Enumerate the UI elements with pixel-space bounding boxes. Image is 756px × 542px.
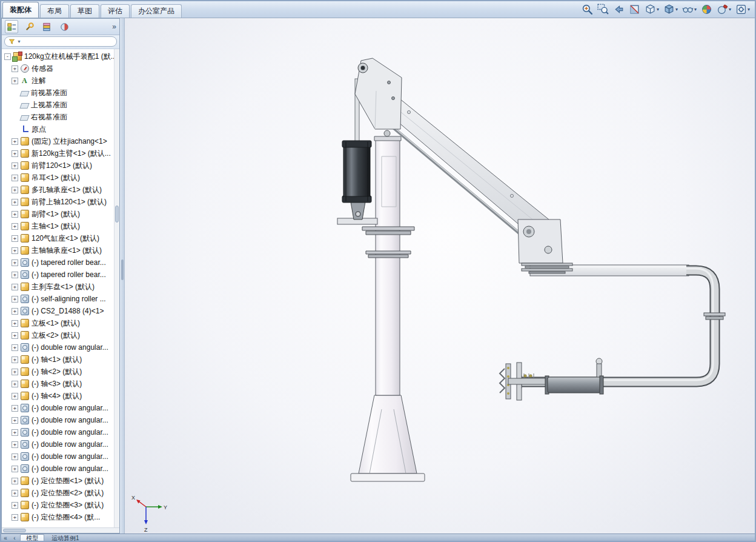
expand-icon[interactable] <box>12 332 18 339</box>
tree-item[interactable]: 120气缸座<1> (默认) <box>2 232 119 244</box>
study-tab[interactable]: 模型 <box>20 534 44 542</box>
expand-icon[interactable] <box>12 211 18 218</box>
model-elbow-joint[interactable] <box>518 219 572 273</box>
previous-view-button[interactable] <box>613 4 625 15</box>
tree-item[interactable]: 上视基准面 <box>2 99 119 111</box>
tree-item[interactable]: (-) double row angular... <box>2 341 119 353</box>
dropdown-caret-icon[interactable]: ▾ <box>694 7 697 12</box>
tree-item[interactable]: (-) 轴<2> (默认) <box>2 366 119 378</box>
tree-item[interactable]: (-) double row angular... <box>2 438 119 450</box>
tree-root-item[interactable]: 120kg立柱机械手装配1 (默... <box>2 50 119 62</box>
tree-item[interactable]: (-) tapered roller bear... <box>2 256 119 269</box>
tree-item[interactable]: (-) 轴<1> (默认) <box>2 353 119 366</box>
expand-icon[interactable] <box>12 514 18 521</box>
expand-icon[interactable] <box>12 247 18 254</box>
propertymanager-tab-button[interactable] <box>22 20 36 33</box>
tree-item[interactable]: 吊耳<1> (默认) <box>2 172 119 184</box>
tree-item[interactable]: 副臂<1> (默认) <box>2 208 119 220</box>
panel-splitter[interactable] <box>120 18 125 534</box>
view-orientation-button[interactable]: ▾ <box>645 4 659 15</box>
expand-icon[interactable] <box>12 393 18 400</box>
section-view-button[interactable] <box>629 4 640 15</box>
tree-item[interactable]: (-) 定位垫圈<2> (默认) <box>2 487 119 499</box>
expand-icon[interactable] <box>12 320 18 327</box>
splitter-grip[interactable] <box>121 259 124 280</box>
expand-icon[interactable] <box>12 308 18 315</box>
expand-icon[interactable] <box>12 502 18 509</box>
model-pipe[interactable] <box>517 269 725 388</box>
edit-appearance-button[interactable] <box>701 4 712 15</box>
expand-icon[interactable] <box>12 199 18 206</box>
tree-item[interactable]: 前视基准面 <box>2 87 119 99</box>
tree-item[interactable]: (-) double row angular... <box>2 414 119 426</box>
expand-icon[interactable] <box>12 272 18 278</box>
command-tab[interactable]: 装配体 <box>2 2 39 18</box>
first-study-icon[interactable]: « <box>2 535 9 542</box>
tree-item[interactable]: 多孔轴承座<1> (默认) <box>2 184 119 196</box>
tree-item[interactable]: (-) 轴<3> (默认) <box>2 378 119 390</box>
tree-item[interactable]: 右视基准面 <box>2 111 119 123</box>
tree-item[interactable]: 注解 <box>2 75 119 87</box>
tree-hscrollbar-thumb[interactable] <box>3 529 26 532</box>
displaymanager-tab-button[interactable] <box>58 20 71 33</box>
zoom-area-button[interactable] <box>597 4 609 15</box>
tree-scrollbar[interactable] <box>114 49 119 527</box>
zoom-in-button[interactable] <box>582 4 593 15</box>
tree-item[interactable]: 主轴<1> (默认) <box>2 220 119 232</box>
expand-icon[interactable] <box>12 490 18 497</box>
tree-item[interactable]: (-) tapered roller bear... <box>2 269 119 281</box>
assembly-model[interactable]: X Y Z <box>124 18 756 534</box>
tree-item[interactable]: (-) 定位垫圈<1> (默认) <box>2 475 119 487</box>
tree-item[interactable]: (-) double row angular... <box>2 463 119 475</box>
expand-icon[interactable] <box>12 381 18 387</box>
collapse-icon[interactable] <box>4 53 11 60</box>
expand-icon[interactable] <box>12 259 18 266</box>
tree-item[interactable]: 主刹车盘<1> (默认) <box>2 281 119 293</box>
tree-item[interactable]: (-) 定位垫圈<4> (默... <box>2 511 119 523</box>
tree-item[interactable]: 前臂120<1> (默认) <box>2 159 119 172</box>
tree-item[interactable]: (-) 定位垫圈<3> (默认) <box>2 499 119 511</box>
tree-item[interactable]: 新120kg主臂<1> (默认... <box>2 147 119 159</box>
tree-item[interactable]: (固定) 立柱jiachang<1> <box>2 135 119 147</box>
tree-item[interactable]: 前臂上轴120<1> (默认) <box>2 196 119 208</box>
tree-item[interactable]: 传感器 <box>2 62 119 75</box>
graphics-area[interactable]: X Y Z <box>124 18 756 534</box>
tree-item[interactable]: 主轴轴承座<1> (默认) <box>2 244 119 256</box>
expand-icon[interactable] <box>12 453 18 460</box>
expand-icon[interactable] <box>12 429 18 436</box>
expand-icon[interactable] <box>12 223 18 230</box>
filter-caret-icon[interactable]: ▼ <box>17 39 21 44</box>
expand-icon[interactable] <box>12 369 18 375</box>
toolbar-overflow-chevron[interactable]: » <box>112 22 116 31</box>
expand-icon[interactable] <box>12 187 18 193</box>
tree-item[interactable]: (-) double row angular... <box>2 402 119 414</box>
expand-icon[interactable] <box>12 417 18 424</box>
expand-icon[interactable] <box>12 162 18 169</box>
dropdown-caret-icon[interactable]: ▾ <box>729 7 731 12</box>
tree-filter-input[interactable]: ▼ <box>4 36 117 47</box>
tree-item[interactable]: (-) self-aligning roller ... <box>2 293 119 305</box>
tree-item[interactable]: 立板<1> (默认) <box>2 317 119 329</box>
command-tab[interactable]: 办公室产品 <box>131 4 182 18</box>
tree-item[interactable]: (-) 轴<4> (默认) <box>2 390 119 402</box>
expand-icon[interactable] <box>12 235 18 242</box>
expand-icon[interactable] <box>12 78 18 84</box>
study-tab[interactable]: 运动算例1 <box>46 535 85 542</box>
view-settings-button[interactable]: ▾ <box>735 4 750 15</box>
featuremanager-tab-button[interactable] <box>5 20 18 33</box>
prev-study-icon[interactable]: ‹ <box>11 535 18 542</box>
command-tab[interactable]: 布局 <box>40 4 69 18</box>
expand-icon[interactable] <box>12 296 18 303</box>
expand-icon[interactable] <box>12 478 18 484</box>
tree-item[interactable]: 原点 <box>2 123 119 135</box>
expand-icon[interactable] <box>12 138 18 145</box>
tree-item[interactable]: (-) double row angular... <box>2 450 119 463</box>
expand-icon[interactable] <box>12 405 18 412</box>
expand-icon[interactable] <box>12 356 18 363</box>
tree-scrollbar-thumb[interactable] <box>115 206 119 222</box>
model-head-bracket[interactable] <box>355 58 402 136</box>
command-tab[interactable]: 评估 <box>101 4 130 18</box>
dropdown-caret-icon[interactable]: ▾ <box>675 7 678 12</box>
configurationmanager-tab-button[interactable] <box>40 20 53 33</box>
expand-icon[interactable] <box>12 344 18 351</box>
